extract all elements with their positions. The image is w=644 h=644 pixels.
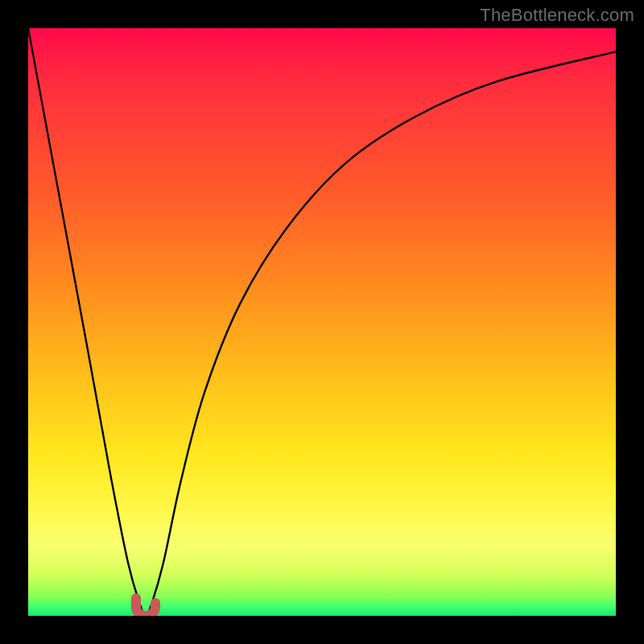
plot-area	[28, 28, 616, 616]
bottleneck-curve	[28, 28, 616, 616]
chart-frame: TheBottleneck.com	[0, 0, 644, 644]
curve-layer	[28, 28, 616, 616]
watermark-text: TheBottleneck.com	[480, 5, 634, 26]
minimum-marker	[136, 598, 155, 616]
